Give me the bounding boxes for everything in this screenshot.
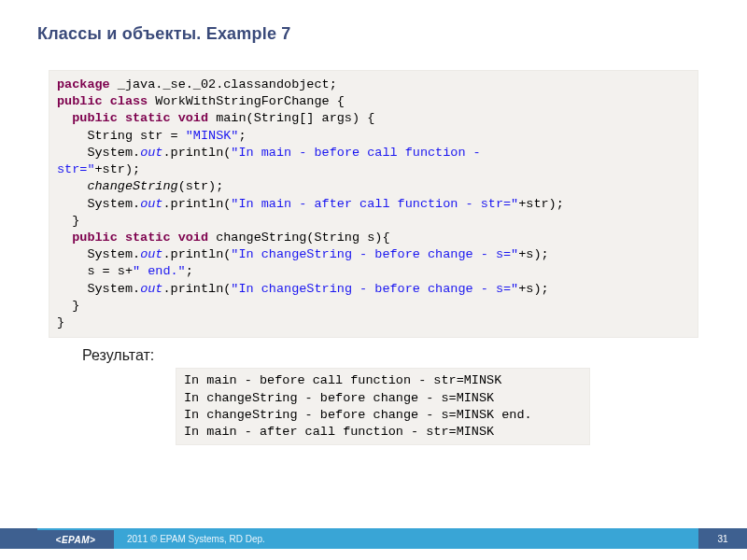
out-ref: out: [140, 197, 162, 211]
code-text: +s);: [518, 282, 548, 296]
out-ref: out: [140, 247, 162, 261]
string-literal: "In main - before call function -: [231, 146, 487, 160]
result-line: In main - before call function - str=MIN…: [184, 373, 501, 387]
code-text: +str);: [518, 197, 564, 211]
slide-title: Классы и объекты. Example 7: [37, 24, 710, 44]
string-literal: "In changeString - before change - s=": [231, 247, 518, 261]
result-line: In changeString - before change - s=MINS…: [184, 391, 494, 405]
code-text: +str);: [95, 162, 141, 176]
code-text: (str);: [178, 179, 224, 193]
kw-void: void: [178, 231, 208, 245]
kw-public: public: [72, 231, 118, 245]
code-text: WorkWithStringForChange {: [148, 94, 345, 108]
code-text: main(String[] args) {: [208, 111, 374, 125]
code-text: System.: [57, 282, 140, 296]
out-ref: out: [140, 282, 162, 296]
kw-void: void: [178, 111, 208, 125]
code-text: String str =: [57, 129, 186, 143]
top-accent: [0, 0, 747, 4]
epam-logo: EPAM: [56, 535, 96, 545]
footer: EPAM 2011 © EPAM Systems, RD Dep. 31: [0, 528, 747, 549]
string-literal: "In changeString - before change - s=": [231, 282, 518, 296]
code-text: }: [57, 315, 64, 329]
result-label: Результат:: [82, 347, 710, 364]
string-literal: "In main - after call function - str=": [231, 197, 518, 211]
code-text: System.: [57, 197, 140, 211]
code-text: _java._se._02.classandobject;: [110, 77, 337, 91]
result-block: In main - before call function - str=MIN…: [176, 368, 590, 445]
kw-package: package: [57, 77, 110, 91]
code-text: .println(: [162, 197, 231, 211]
kw-static: static: [125, 231, 171, 245]
string-literal: "MINSK": [186, 129, 239, 143]
code-text: .println(: [162, 247, 231, 261]
code-text: ;: [238, 129, 246, 143]
string-literal: str=": [57, 162, 95, 176]
string-literal: " end.": [133, 264, 186, 278]
code-text: s = s+: [57, 264, 133, 278]
result-line: In changeString - before change - s=MINS…: [184, 408, 532, 422]
code-text: System.: [57, 146, 140, 160]
code-text: ;: [186, 264, 193, 278]
out-ref: out: [140, 146, 162, 160]
code-text: .println(: [162, 146, 231, 160]
result-line: In main - after call function - str=MINS…: [184, 425, 494, 439]
code-text: .println(: [162, 282, 231, 296]
slide: Классы и объекты. Example 7 package _jav…: [0, 0, 747, 560]
code-text: }: [57, 214, 79, 228]
footer-spacer: [0, 528, 37, 549]
code-text: changeString(String s){: [208, 231, 389, 245]
footer-copyright: 2011 © EPAM Systems, RD Dep.: [114, 528, 698, 549]
footer-logo-wrap: EPAM: [37, 528, 114, 549]
code-text: [57, 179, 87, 193]
kw-class: class: [110, 94, 148, 108]
kw-static: static: [125, 111, 171, 125]
code-text: System.: [57, 247, 140, 261]
kw-public: public: [57, 94, 103, 108]
kw-public: public: [72, 111, 118, 125]
code-text: [57, 111, 72, 125]
code-text: [57, 231, 72, 245]
code-block: package _java._se._02.classandobject; pu…: [49, 70, 698, 338]
code-text: }: [57, 299, 79, 313]
code-text: +s);: [518, 247, 548, 261]
page-number: 31: [698, 528, 747, 549]
method-call: changeString: [87, 179, 177, 193]
